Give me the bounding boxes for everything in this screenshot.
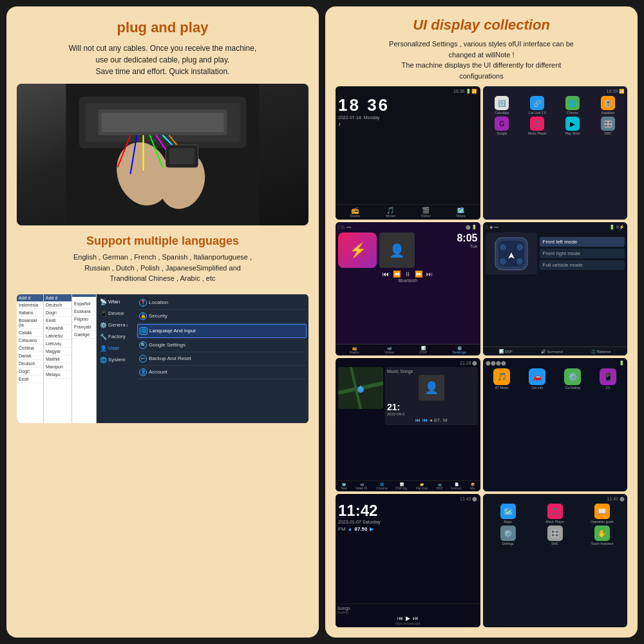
ui-cell-maps: 11:42 ⬤ 🗺️ Maps 🎵 Music Player 📖 Oper — [483, 494, 628, 627]
menu-google: Google Settings — [149, 342, 185, 348]
plug-title: plug and play — [17, 19, 308, 36]
ui-cell-appgrid: 18:39 📶 🔢 Calculator 🔗 Car Link 2.0 🌐 — [483, 86, 628, 220]
lang-list-1: Add d Indonesia Italiano Bosanski (la Ca… — [17, 294, 44, 423]
svg-rect-4 — [102, 113, 224, 132]
left-panel: plug and play Will not cut any cables. O… — [6, 6, 319, 638]
ui-cell-dsp: □ ◆ ••• 🔋 8⚡ — [483, 222, 628, 355]
car-installation-image — [17, 84, 308, 225]
ui-cell-clock2: 11:42 ⬤ 11:42 2023-01-07 Saturday FM ▲ 8… — [336, 494, 480, 627]
settings-ui-mockup: Add d Indonesia Italiano Bosanski (la Ca… — [17, 294, 308, 423]
svg-rect-15 — [169, 148, 195, 164]
plug-text: Will not cut any cables. Once you receiv… — [17, 43, 308, 77]
menu-security: Security — [149, 313, 167, 319]
menu-account: Account — [149, 369, 167, 375]
settings-screenshots: Add d Indonesia Italiano Bosanski (la Ca… — [17, 294, 308, 423]
menu-location: Location — [149, 299, 168, 305]
svg-point-21 — [516, 258, 523, 265]
car-install-svg — [17, 84, 308, 225]
languages-section: Support multiple languages English , Ger… — [17, 234, 308, 284]
lang-list-2: Add d Deutsch Dogri Eesti Kiswahili Latv… — [44, 294, 72, 423]
lang-list-3: Español Euskara Filipino Français Gaeilg… — [72, 294, 97, 423]
right-panel: UI display collection Personalized Setti… — [325, 6, 638, 638]
ui-display-grid: 18:36 🔋📶 18 36 2022-07-18 Monday ♪ 📻 Rad… — [336, 86, 627, 627]
languages-title: Support multiple languages — [17, 234, 308, 248]
ui-cell-bluetooth: □ ▷ ••• ⬤ 🔋 ⚡ 👤 8: — [336, 222, 480, 355]
ui-cell-clock: 18:36 🔋📶 18 36 2022-07-18 Monday ♪ 📻 Rad… — [336, 86, 480, 220]
languages-text: English , German , French , Spanish , It… — [17, 252, 308, 284]
ui-cell-carinfo: ⬤⬤⬤⬤ 🔋 🎵 BT Music 🚗 Car Info — [483, 358, 628, 491]
car-topview-svg — [489, 234, 534, 273]
map-svg — [338, 367, 383, 409]
settings-nav: 📡 Wlan 📱 Device ⚙️ Genera⬦ 🔧 Factory — [97, 294, 135, 423]
menu-language: Lanquaqe And Input — [149, 328, 196, 334]
svg-point-18 — [500, 244, 506, 251]
main-container: plug and play Will not cut any cables. O… — [0, 0, 644, 644]
ui-collection-subtitle: Personalized Settings , various styles o… — [336, 39, 627, 81]
svg-point-20 — [500, 258, 506, 265]
svg-point-19 — [516, 244, 523, 251]
menu-backup: Backup And Reset — [149, 355, 191, 361]
ui-cell-navigation: 21:28 ⬤ — [336, 358, 480, 491]
ui-collection-title: UI display collection — [336, 17, 627, 33]
settings-content: 📍 Location 🔒 Security 🌐 Lanquaqe And Inp… — [135, 294, 308, 423]
